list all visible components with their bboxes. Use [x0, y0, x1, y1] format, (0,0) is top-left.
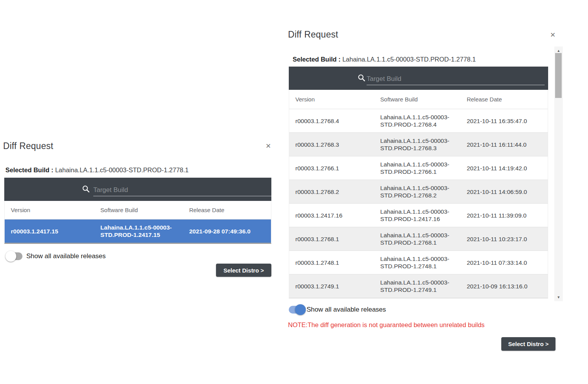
release-date-cell: 2021-10-11 14:19:42.0	[461, 165, 548, 172]
diff-request-dialog-right: Diff Request ✕ Selected Build : Lahaina.…	[288, 29, 564, 362]
target-build-input[interactable]	[367, 73, 545, 85]
scrollbar-thumb[interactable]	[555, 53, 562, 98]
software-build-cell: Lahaina.LA.1.1.c5-00003-STD.PROD-1.2766.…	[374, 161, 460, 175]
table-header: Version Software Build Release Date	[5, 201, 271, 219]
table-row[interactable]: r00003.1.2768.2Lahaina.LA.1.1.c5-00003-S…	[289, 180, 548, 204]
scroll-up-icon[interactable]: ▲	[554, 49, 563, 53]
column-header-release-date: Release Date	[461, 96, 548, 103]
table-row[interactable]: r00003.1.2748.1Lahaina.LA.1.1.c5-00003-S…	[289, 251, 548, 274]
search-icon	[357, 74, 366, 84]
diff-warning-note: NOTE:The diff generation is not guarante…	[288, 321, 485, 329]
selected-build-value: Lahaina.LA.1.1.c5-00003-STD.PROD-1.2778.…	[55, 166, 189, 173]
show-all-releases-row: Show all available releases	[288, 304, 386, 315]
target-build-input[interactable]	[93, 184, 271, 196]
page-title: Diff Request	[3, 141, 53, 151]
version-cell: r00003.1.2768.4	[289, 117, 374, 125]
selected-build-value: Lahaina.LA.1.1.c5-00003-STD.PROD-1.2778.…	[342, 56, 476, 63]
software-build-cell: Lahaina.LA.1.1.c5-00003-STD.PROD-1.2768.…	[374, 137, 460, 152]
software-build-cell: Lahaina.LA.1.1.c5-00003-STD.PROD-1.2748.…	[374, 255, 460, 270]
software-build-cell: Lahaina.LA.1.1.c5-00003-STD.PROD-1.2417.…	[94, 224, 183, 238]
column-header-software-build: Software Build	[94, 207, 183, 213]
selected-build-line: Selected Build : Lahaina.LA.1.1.c5-00003…	[5, 166, 189, 174]
version-cell: r00003.1.2768.2	[289, 188, 374, 195]
software-build-cell: Lahaina.LA.1.1.c5-00003-STD.PROD-1.2768.…	[374, 231, 460, 246]
release-date-cell: 2021-10-11 07:33:14.0	[461, 259, 548, 266]
search-bar	[289, 67, 548, 90]
software-build-cell: Lahaina.LA.1.1.c5-00003-STD.PROD-1.2768.…	[374, 113, 460, 128]
table-row[interactable]: r00003.1.2417.16Lahaina.LA.1.1.c5-00003-…	[289, 204, 548, 227]
release-date-cell: 2021-10-09 16:13:16.0	[461, 283, 548, 290]
software-build-cell: Lahaina.LA.1.1.c5-00003-STD.PROD-1.2768.…	[374, 184, 460, 199]
select-distro-button[interactable]: Select Distro >	[216, 264, 271, 277]
builds-table: Version Software Build Release Date r000…	[4, 201, 271, 244]
toggle-knob	[295, 304, 306, 315]
software-build-cell: Lahaina.LA.1.1.c5-00003-STD.PROD-1.2749.…	[374, 279, 460, 293]
scroll-down-icon[interactable]: ▼	[554, 295, 563, 299]
table-row[interactable]: r00003.1.2768.4Lahaina.LA.1.1.c5-00003-S…	[289, 109, 548, 133]
screen: Diff Request ✕ Selected Build : Lahaina.…	[0, 0, 588, 384]
version-cell: r00003.1.2417.15	[5, 228, 94, 235]
show-all-toggle[interactable]	[288, 304, 306, 315]
table-body: r00003.1.2417.15Lahaina.LA.1.1.c5-00003-…	[5, 219, 271, 243]
version-cell: r00003.1.2749.1	[289, 283, 374, 290]
toggle-label: Show all available releases	[26, 252, 106, 260]
release-date-cell: 2021-09-28 07:49:36.0	[183, 228, 271, 235]
search-bar	[4, 178, 271, 201]
selected-build-label: Selected Build :	[5, 166, 53, 173]
version-cell: r00003.1.2748.1	[289, 259, 374, 266]
selected-build-label: Selected Build :	[293, 56, 341, 63]
column-header-software-build: Software Build	[374, 96, 460, 103]
search-icon	[82, 185, 90, 195]
version-cell: r00003.1.2768.3	[289, 141, 374, 148]
release-date-cell: 2021-10-11 14:06:59.0	[461, 188, 548, 195]
table-row[interactable]: r00003.1.2749.1Lahaina.LA.1.1.c5-00003-S…	[289, 274, 548, 298]
release-date-cell: 2021-10-11 11:39:09.0	[461, 212, 548, 219]
table-body: r00003.1.2768.4Lahaina.LA.1.1.c5-00003-S…	[289, 109, 548, 298]
release-date-cell: 2021-10-11 16:35:47.0	[461, 117, 548, 125]
release-date-cell: 2021-10-11 16:11:44.0	[461, 141, 548, 148]
table-row[interactable]: r00003.1.2768.3Lahaina.LA.1.1.c5-00003-S…	[289, 133, 548, 156]
selected-build-line: Selected Build : Lahaina.LA.1.1.c5-00003…	[293, 56, 476, 63]
table-row[interactable]: r00003.1.2768.1Lahaina.LA.1.1.c5-00003-S…	[289, 227, 548, 251]
column-header-release-date: Release Date	[183, 207, 271, 213]
toggle-knob	[5, 251, 16, 262]
software-build-cell: Lahaina.LA.1.1.c5-00003-STD.PROD-1.2417.…	[374, 208, 460, 223]
version-cell: r00003.1.2417.16	[289, 212, 374, 219]
close-icon[interactable]: ✕	[266, 143, 271, 149]
version-cell: r00003.1.2766.1	[289, 165, 374, 172]
select-distro-button[interactable]: Select Distro >	[501, 337, 555, 351]
diff-request-dialog-left: Diff Request ✕ Selected Build : Lahaina.…	[3, 140, 274, 283]
close-icon[interactable]: ✕	[550, 32, 555, 38]
column-header-version: Version	[5, 207, 94, 213]
column-header-version: Version	[289, 96, 374, 103]
scrollbar[interactable]: ▲ ▼	[554, 46, 563, 301]
table-header: Version Software Build Release Date	[289, 90, 548, 109]
show-all-releases-row: Show all available releases	[5, 251, 106, 262]
builds-table: Version Software Build Release Date r000…	[289, 90, 548, 298]
table-row[interactable]: r00003.1.2766.1Lahaina.LA.1.1.c5-00003-S…	[289, 156, 548, 180]
page-title: Diff Request	[288, 29, 338, 40]
release-date-cell: 2021-10-11 10:23:17.0	[461, 235, 548, 243]
version-cell: r00003.1.2768.1	[289, 235, 374, 243]
table-row[interactable]: r00003.1.2417.15Lahaina.LA.1.1.c5-00003-…	[5, 219, 271, 243]
show-all-toggle[interactable]	[5, 251, 23, 262]
toggle-label: Show all available releases	[307, 306, 386, 314]
